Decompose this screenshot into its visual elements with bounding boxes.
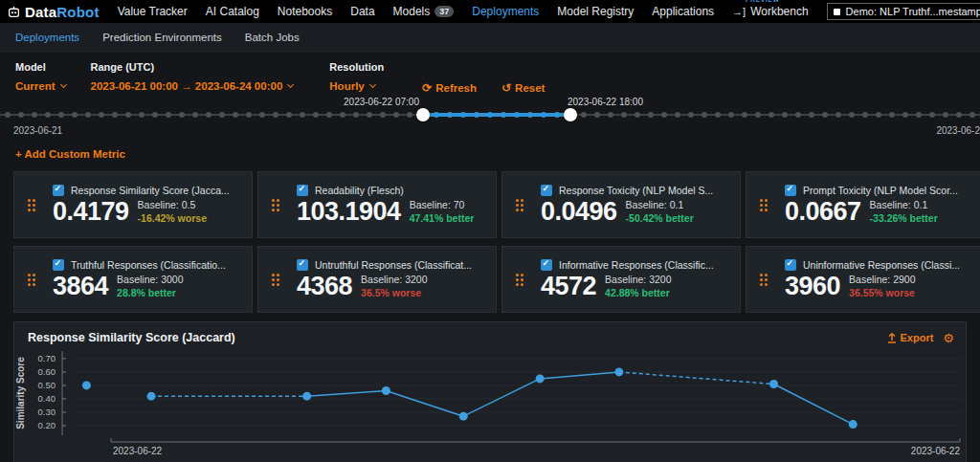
slider-tick-dot <box>206 112 212 118</box>
slider-tick-dot <box>286 112 292 118</box>
add-custom-metric-button[interactable]: + Add Custom Metric <box>0 139 980 171</box>
slider-end-label: 2023-06-22 18:00 <box>568 97 643 107</box>
chart-title: Response Similarity Score (Jaccard) <box>28 331 235 344</box>
reset-button[interactable]: ↺Reset <box>501 81 545 95</box>
slider-tick-dot <box>715 112 721 118</box>
svg-text:0.30: 0.30 <box>38 407 56 417</box>
slider-tick-dot <box>434 112 439 118</box>
metric-title: Response Toxicity (NLP Model S... <box>559 185 713 196</box>
slider-tick-dot <box>380 112 386 118</box>
slider-tick-dot <box>460 112 466 118</box>
svg-text:0.20: 0.20 <box>38 420 56 430</box>
slider-tick-dot <box>367 112 372 118</box>
metric-delta: 36.5% worse <box>361 287 427 298</box>
metric-checkbox[interactable] <box>53 185 64 196</box>
drag-handle-icon[interactable] <box>760 199 768 211</box>
top-nav-item-model-registry[interactable]: →] Model Registry <box>557 5 634 18</box>
top-nav-item-workbench[interactable]: PREVIEW →] Workbench <box>732 5 809 18</box>
slider-tick-dot <box>58 112 64 118</box>
metric-baseline: Baseline: 0.5 <box>138 199 207 210</box>
slider-tick-dot <box>32 112 37 118</box>
drag-handle-icon[interactable] <box>516 274 523 286</box>
export-icon <box>887 333 897 343</box>
slider-tick-dot <box>916 112 922 118</box>
slider-tick-dot <box>702 112 707 118</box>
top-nav-item-deployments[interactable]: →] Deployments <box>472 5 539 18</box>
slider-tick-dot <box>152 112 158 118</box>
metric-title: Untruthful Responses (Classificat... <box>315 259 472 271</box>
datarobot-logo[interactable]: DataRobot <box>8 4 100 20</box>
slider-tick-dot <box>768 112 774 118</box>
metric-checkbox[interactable] <box>53 259 64 271</box>
slider-tick-dot <box>300 112 305 118</box>
sub-nav-item-batch-jobs[interactable]: Batch Jobs <box>245 32 300 43</box>
metric-checkbox[interactable] <box>541 185 552 196</box>
slider-axis-end-label: 2023-06-2 <box>936 125 980 136</box>
top-nav-item-ai-catalog[interactable]: →] AI Catalog <box>206 5 259 18</box>
project-selector[interactable]: Demo: NLP Truthf...mestamp_long.csv <box>827 3 980 20</box>
slider-tick-dot <box>889 112 895 118</box>
slider-tick-dot <box>742 112 747 118</box>
slider-tick-dot <box>501 112 506 118</box>
sub-nav-item-prediction-environments[interactable]: Prediction Environments <box>102 32 222 43</box>
metric-baseline: Baseline: 3200 <box>605 274 671 285</box>
slider-tick-dot <box>447 112 453 118</box>
metric-value: 103.1904 <box>297 198 401 225</box>
top-nav-item-applications[interactable]: →] Applications <box>652 5 714 18</box>
slider-tick-dot <box>85 112 91 118</box>
time-range-slider[interactable]: 2023-06-22 07:002023-06-22 18:002023-06-… <box>0 97 980 139</box>
metric-title: Informative Responses (Classific... <box>559 259 714 271</box>
metric-checkbox[interactable] <box>297 259 308 271</box>
slider-tick-dot <box>795 112 801 118</box>
range-label: Range (UTC) <box>91 61 294 73</box>
top-nav-item-data[interactable]: →] Data <box>350 5 374 18</box>
slider-tick-dot <box>474 112 479 118</box>
project-icon <box>834 9 840 15</box>
metric-card: Truthful Responses (Classificatio... 386… <box>13 246 253 313</box>
metric-value: 0.0667 <box>785 198 861 225</box>
metric-value: 4368 <box>297 273 352 299</box>
resolution-control: Resolution Hourly <box>329 61 384 92</box>
drag-handle-icon[interactable] <box>28 274 35 286</box>
metric-checkbox[interactable] <box>541 259 552 271</box>
slider-tick-dot <box>514 112 520 118</box>
drag-handle-icon[interactable] <box>760 274 768 286</box>
model-dropdown[interactable]: Current <box>15 80 66 92</box>
slider-tick-dot <box>179 112 185 118</box>
slider-end-handle[interactable] <box>564 108 577 121</box>
metric-card: Informative Responses (Classific... 4572… <box>501 246 741 313</box>
metric-title: Readability (Flesch) <box>315 185 404 196</box>
drag-handle-icon[interactable] <box>28 199 35 211</box>
slider-tick-dot <box>541 112 546 118</box>
slider-start-handle[interactable] <box>416 108 430 121</box>
drag-handle-icon[interactable] <box>516 199 523 211</box>
slider-tick-dot <box>862 112 868 118</box>
metric-checkbox[interactable] <box>785 185 796 196</box>
sub-nav-item-deployments[interactable]: Deployments <box>15 32 79 43</box>
logo-text-2: Robot <box>56 4 99 20</box>
resolution-dropdown[interactable]: Hourly <box>329 80 384 92</box>
export-button[interactable]: Export <box>887 332 934 343</box>
metric-checkbox[interactable] <box>785 259 796 271</box>
metric-baseline: Baseline: 3000 <box>117 274 183 285</box>
slider-tick-dot <box>648 112 654 118</box>
slider-tick-dot <box>675 112 680 118</box>
chevron-down-icon <box>369 81 376 88</box>
resolution-label: Resolution <box>329 61 384 73</box>
metric-checkbox[interactable] <box>297 185 308 196</box>
range-dropdown[interactable]: 2023-06-21 00:00 → 2023-06-24 00:00 <box>91 80 294 92</box>
metric-title: Prompt Toxicity (NLP Model Scor... <box>803 185 958 196</box>
drag-handle-icon[interactable] <box>272 199 279 211</box>
refresh-button[interactable]: ⟳Refresh <box>422 81 477 95</box>
slider-tick-dot <box>18 112 24 118</box>
metric-title: Uninformative Responses (Classi... <box>803 259 960 271</box>
gear-icon[interactable]: ⚙ <box>943 332 954 344</box>
top-nav-item-value-tracker[interactable]: →] Value Tracker <box>118 5 188 18</box>
slider-tick-dot <box>166 112 171 118</box>
svg-text:2023-06-22: 2023-06-22 <box>911 446 961 456</box>
top-nav-item-notebooks[interactable]: →] Notebooks <box>278 5 332 18</box>
slider-tick-dot <box>99 112 104 118</box>
drag-handle-icon[interactable] <box>272 274 279 286</box>
top-nav-item-models[interactable]: →] Models 37 <box>393 5 455 18</box>
slider-tick-dot <box>527 112 533 118</box>
